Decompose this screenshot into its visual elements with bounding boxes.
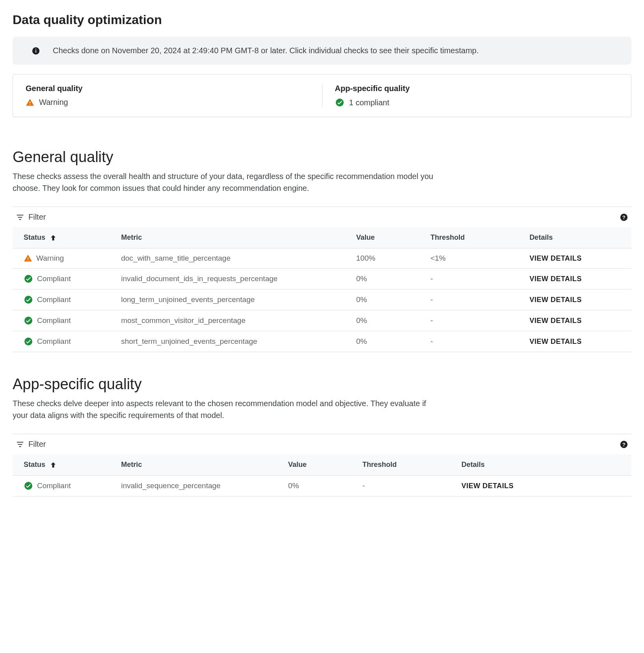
table-row[interactable]: Warning doc_with_same_title_percentage 1… — [13, 248, 631, 269]
section-app: App-specific quality These checks delve … — [13, 376, 631, 496]
summary-general-status-text: Warning — [39, 98, 68, 107]
status-cell: Compliant — [24, 337, 102, 346]
threshold-cell: - — [353, 476, 452, 496]
filter-button[interactable]: Filter — [16, 440, 46, 449]
svg-point-7 — [24, 296, 32, 304]
threshold-cell: - — [421, 331, 520, 352]
threshold-cell: - — [421, 289, 520, 310]
col-threshold: Threshold — [353, 454, 452, 476]
status-text: Compliant — [37, 316, 71, 325]
metric-cell: most_common_visitor_id_percentage — [112, 310, 347, 331]
summary-app-label: App-specific quality — [335, 84, 619, 93]
col-value: Value — [347, 227, 421, 248]
status-text: Warning — [36, 254, 64, 263]
sort-status-header[interactable]: Status — [24, 233, 57, 242]
svg-point-12 — [24, 482, 32, 490]
view-details-button[interactable]: VIEW DETAILS — [529, 338, 582, 345]
section-app-desc: These checks delve deeper into aspects r… — [13, 397, 434, 421]
check-circle-icon — [24, 337, 33, 346]
svg-point-6 — [24, 275, 32, 283]
view-details-button[interactable]: VIEW DETAILS — [529, 317, 582, 325]
section-general-title: General quality — [13, 149, 631, 166]
metric-cell: short_term_unjoined_events_percentage — [112, 331, 347, 352]
help-icon[interactable]: ? — [620, 213, 628, 222]
col-status: Status — [24, 233, 45, 242]
table-row[interactable]: Compliant short_term_unjoined_events_per… — [13, 331, 631, 352]
filter-label: Filter — [28, 440, 46, 449]
status-cell: Compliant — [24, 274, 102, 284]
value-cell: 0% — [347, 310, 421, 331]
sort-status-header[interactable]: Status — [24, 461, 57, 469]
metric-cell: long_term_unjoined_events_percentage — [112, 289, 347, 310]
view-details-button[interactable]: VIEW DETAILS — [529, 275, 582, 283]
value-cell: 0% — [347, 269, 421, 289]
status-text: Compliant — [37, 337, 71, 346]
filter-button[interactable]: Filter — [16, 213, 46, 222]
metric-cell: invalid_sequence_percentage — [112, 476, 279, 496]
table-row[interactable]: Compliant invalid_document_ids_in_reques… — [13, 269, 631, 289]
summary-app-status: 1 compliant — [335, 98, 619, 107]
metric-cell: doc_with_same_title_percentage — [112, 248, 347, 269]
threshold-cell: <1% — [421, 248, 520, 269]
col-details: Details — [452, 454, 631, 476]
status-cell: Compliant — [24, 316, 102, 325]
info-banner: Checks done on November 20, 2024 at 2:49… — [13, 37, 631, 65]
filter-label: Filter — [28, 213, 46, 222]
table-row[interactable]: Compliant invalid_sequence_percentage 0%… — [13, 476, 631, 496]
summary-general-status: Warning — [26, 98, 309, 107]
table-row[interactable]: Compliant long_term_unjoined_events_perc… — [13, 289, 631, 310]
value-cell: 0% — [347, 331, 421, 352]
metric-cell: invalid_document_ids_in_requests_percent… — [112, 269, 347, 289]
filter-icon — [16, 440, 24, 449]
svg-rect-2 — [35, 49, 36, 49]
threshold-cell: - — [421, 269, 520, 289]
check-circle-icon — [24, 481, 33, 491]
value-cell: 0% — [279, 476, 353, 496]
status-text: Compliant — [37, 295, 71, 304]
col-status: Status — [24, 461, 45, 469]
col-value: Value — [279, 454, 353, 476]
status-text: Compliant — [37, 274, 71, 283]
view-details-button[interactable]: VIEW DETAILS — [529, 296, 582, 304]
col-threshold: Threshold — [421, 227, 520, 248]
svg-rect-1 — [35, 50, 36, 52]
view-details-button[interactable]: VIEW DETAILS — [529, 254, 582, 262]
svg-point-3 — [336, 99, 344, 106]
summary-card: General quality Warning App-specific qua… — [13, 74, 631, 117]
check-circle-icon — [24, 274, 33, 284]
table-app: Status Metric Value Threshold Details Co… — [13, 454, 631, 496]
check-circle-icon — [24, 295, 33, 304]
summary-app: App-specific quality 1 compliant — [322, 84, 631, 107]
table-row[interactable]: Compliant most_common_visitor_id_percent… — [13, 310, 631, 331]
status-text: Compliant — [37, 481, 71, 490]
arrow-up-icon — [49, 461, 57, 469]
summary-general: General quality Warning — [13, 84, 322, 107]
section-general: General quality These checks assess the … — [13, 149, 631, 352]
table-general: Status Metric Value Threshold Details Wa… — [13, 227, 631, 352]
col-details: Details — [520, 227, 631, 248]
check-circle-icon — [24, 316, 33, 325]
view-details-button[interactable]: VIEW DETAILS — [462, 482, 514, 490]
filter-icon — [16, 213, 24, 222]
check-circle-icon — [335, 98, 344, 107]
info-banner-text: Checks done on November 20, 2024 at 2:49… — [53, 46, 479, 55]
arrow-up-icon — [49, 234, 57, 242]
value-cell: 0% — [347, 289, 421, 310]
svg-point-9 — [24, 338, 32, 345]
section-general-desc: These checks assess the overall health a… — [13, 170, 434, 194]
threshold-cell: - — [421, 310, 520, 331]
status-cell: Warning — [24, 254, 102, 263]
filter-bar-general: Filter ? — [13, 207, 631, 227]
warning-icon — [24, 254, 32, 263]
page-title: Data quality optimization — [13, 13, 631, 27]
col-metric: Metric — [112, 227, 347, 248]
svg-text:?: ? — [622, 214, 625, 220]
value-cell: 100% — [347, 248, 421, 269]
info-icon — [32, 47, 40, 55]
help-icon[interactable]: ? — [620, 440, 628, 449]
svg-point-8 — [24, 317, 32, 325]
status-cell: Compliant — [24, 295, 102, 304]
section-app-title: App-specific quality — [13, 376, 631, 393]
summary-general-label: General quality — [26, 84, 309, 93]
col-metric: Metric — [112, 454, 279, 476]
